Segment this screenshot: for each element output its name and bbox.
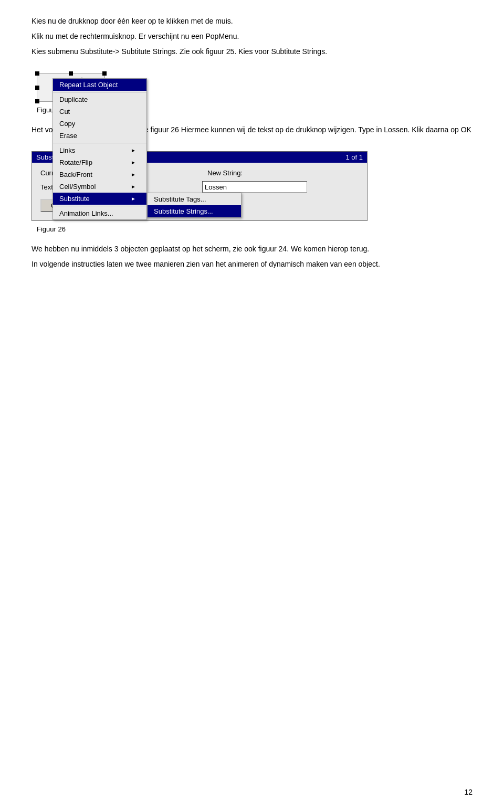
menu-item-cell-symbol-label: Cell/Symbol — [59, 183, 96, 191]
menu-item-copy-label: Copy — [59, 120, 75, 128]
menu-item-links-label: Links — [59, 146, 75, 154]
menu-separator-2 — [53, 143, 146, 143]
paragraph-2: Klik nu met de rechtermuisknop. Er versc… — [32, 31, 472, 42]
submenu-substitute-strings[interactable]: Substitute Strings... — [148, 205, 241, 217]
paragraph-3: Kies submenu Substitute-> Subtitute Stri… — [32, 46, 472, 57]
figure-25-container: Te Repeat Last Object Duplicate Cut Copy… — [32, 68, 472, 114]
dialog-counter: 1 of 1 — [345, 153, 363, 161]
menu-item-animation-label: Animation Links... — [59, 209, 113, 217]
menu-separator-1 — [53, 92, 146, 92]
menu-item-animation-links[interactable]: Animation Links... — [53, 207, 146, 219]
menu-item-rotate-flip[interactable]: Rotate/Flip ► — [53, 156, 146, 168]
paragraph-5: We hebben nu inmiddels 3 objecten geplaa… — [32, 244, 472, 255]
menu-item-cell-symbol[interactable]: Cell/Symbol ► — [53, 181, 146, 193]
menu-item-links[interactable]: Links ► — [53, 144, 146, 156]
paragraph-1: Kies nu de drukknop door één keer op te … — [32, 16, 472, 27]
rotate-arrow-icon: ► — [131, 160, 136, 165]
menu-item-repeat-last-object[interactable]: Repeat Last Object — [53, 79, 146, 91]
new-string-input[interactable] — [202, 181, 307, 193]
submenu-substitute-tags[interactable]: Substitute Tags... — [148, 193, 241, 205]
page-number: 12 — [464, 788, 472, 796]
menu-item-duplicate-label: Duplicate — [59, 96, 88, 103]
menu-item-substitute[interactable]: Substitute ► — [53, 193, 146, 205]
context-menu-area: Te Repeat Last Object Duplicate Cut Copy… — [37, 73, 105, 102]
context-menu: Repeat Last Object Duplicate Cut Copy Er… — [52, 78, 147, 220]
submenu-tags-label: Substitute Tags... — [154, 195, 206, 203]
menu-item-repeat-label: Repeat Last Object — [59, 81, 118, 89]
paragraph-6: In volgende instructies laten we twee ma… — [32, 259, 472, 270]
menu-item-back-front-label: Back/Front — [59, 171, 92, 178]
menu-item-erase-label: Erase — [59, 132, 77, 140]
menu-item-copy[interactable]: Copy — [53, 118, 146, 130]
menu-item-duplicate[interactable]: Duplicate — [53, 93, 146, 106]
menu-item-substitute-wrapper: Substitute ► Substitute Tags... Substitu… — [53, 193, 146, 205]
menu-separator-3 — [53, 206, 146, 206]
handle-tm — [69, 71, 73, 76]
handle-bl — [35, 99, 39, 103]
figure-26-label: Figuur 26 — [37, 225, 66, 233]
menu-item-substitute-label: Substitute — [59, 195, 90, 203]
menu-item-erase[interactable]: Erase — [53, 130, 146, 142]
menu-item-cut[interactable]: Cut — [53, 106, 146, 118]
handle-lm — [35, 86, 39, 90]
substitute-submenu: Substitute Tags... Substitute Strings... — [147, 193, 242, 218]
menu-item-back-front[interactable]: Back/Front ► — [53, 168, 146, 181]
handle-tl — [35, 71, 39, 76]
cellsymbol-arrow-icon: ► — [131, 184, 136, 189]
menu-item-cut-label: Cut — [59, 108, 70, 115]
backfront-arrow-icon: ► — [131, 172, 136, 177]
substitute-arrow-icon: ► — [131, 196, 136, 202]
new-string-header: New String: — [202, 169, 243, 177]
handle-tr — [102, 71, 107, 76]
links-arrow-icon: ► — [131, 147, 136, 153]
menu-item-rotate-flip-label: Rotate/Flip — [59, 159, 92, 166]
current-string-value: Text — [40, 183, 53, 191]
submenu-strings-label: Substitute Strings... — [154, 207, 213, 215]
